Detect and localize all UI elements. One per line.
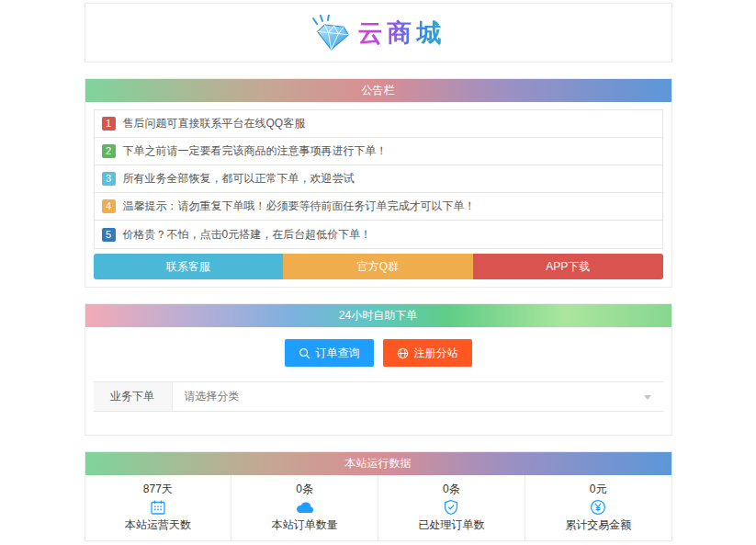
- stat-label: 本站运营天数: [85, 517, 231, 532]
- notice-text: 所有业务全部恢复，都可以正常下单，欢迎尝试: [123, 171, 355, 187]
- announcement-banner: 公告栏: [85, 79, 671, 102]
- stat-total-amount: 0元 累计交易金额: [525, 475, 671, 540]
- business-order-form-row: 业务下单 请选择分类: [94, 381, 663, 412]
- notice-text: 价格贵？不怕，点击0元搭建，在后台超低价下单！: [123, 227, 372, 243]
- stat-label: 已处理订单数: [378, 517, 525, 532]
- notice-item: 5 价格贵？不怕，点击0元搭建，在后台超低价下单！: [95, 221, 662, 248]
- stat-value: 0条: [378, 482, 525, 496]
- register-substation-label: 注册分站: [414, 346, 458, 361]
- stat-value: 0条: [231, 482, 378, 496]
- notice-number-badge: 4: [102, 199, 116, 213]
- register-substation-button[interactable]: 注册分站: [383, 339, 472, 367]
- notice-item: 1 售后问题可直接联系平台在线QQ客服: [95, 110, 662, 138]
- notice-item: 2 下单之前请一定要看完该商品的注意事项再进行下单！: [95, 138, 662, 165]
- order-query-button[interactable]: 订单查询: [285, 339, 374, 367]
- contact-service-button[interactable]: 联系客服: [94, 254, 284, 279]
- action-button-row: 订单查询 注册分站: [94, 339, 663, 367]
- notice-text: 温馨提示：请勿重复下单哦！必须要等待前面任务订单完成才可以下单！: [123, 199, 476, 214]
- notice-text: 下单之前请一定要看完该商品的注意事项再进行下单！: [123, 143, 388, 159]
- stat-value: 877天: [85, 482, 231, 496]
- business-order-label: 业务下单: [94, 382, 173, 411]
- calendar-icon: [150, 499, 166, 516]
- contact-button-row: 联系客服 官方Q群 APP下载: [94, 254, 663, 279]
- category-select[interactable]: 请选择分类: [173, 382, 663, 411]
- notice-number-badge: 5: [102, 228, 116, 242]
- stat-label: 累计交易金额: [525, 517, 671, 532]
- self-order-banner: 24小时自助下单: [85, 304, 671, 327]
- notice-item: 4 温馨提示：请勿重复下单哦！必须要等待前面任务订单完成才可以下单！: [95, 193, 662, 221]
- app-download-button[interactable]: APP下载: [473, 254, 663, 279]
- notice-number-badge: 2: [102, 144, 116, 158]
- search-icon: [299, 347, 310, 359]
- site-header: 云商城: [85, 3, 672, 62]
- site-logo-title: 云商城: [358, 17, 446, 50]
- stat-label: 本站订单数量: [231, 517, 378, 532]
- notice-number-badge: 3: [102, 172, 116, 186]
- order-query-label: 订单查询: [316, 346, 360, 361]
- globe-icon: [397, 347, 409, 359]
- stats-row: 877天 本站运营天数 0条: [85, 475, 671, 540]
- stat-processed-orders: 0条 已处理订单数: [378, 475, 525, 540]
- official-qq-group-button[interactable]: 官方Q群: [283, 254, 473, 279]
- notice-list: 1 售后问题可直接联系平台在线QQ客服 2 下单之前请一定要看完该商品的注意事项…: [94, 109, 663, 249]
- page-container: 云商城 公告栏 1 售后问题可直接联系平台在线QQ客服 2 下单之前请一定要看完…: [85, 0, 672, 541]
- stat-value: 0元: [525, 482, 671, 496]
- yen-circle-icon: [590, 499, 606, 516]
- notice-item: 3 所有业务全部恢复，都可以正常下单，欢迎尝试: [95, 165, 662, 193]
- cloud-icon: [296, 500, 314, 515]
- announcement-card: 公告栏 1 售后问题可直接联系平台在线QQ客服 2 下单之前请一定要看完该商品的…: [85, 78, 672, 288]
- site-stats-card: 本站运行数据 877天 本站运营天数 0条: [85, 451, 672, 541]
- notice-text: 售后问题可直接联系平台在线QQ客服: [123, 116, 306, 131]
- chevron-down-icon: [644, 395, 651, 400]
- self-order-card: 24小时自助下单 订单查询 注册分站: [85, 303, 672, 436]
- category-select-placeholder: 请选择分类: [185, 389, 240, 404]
- stat-order-count: 0条 本站订单数量: [231, 475, 378, 540]
- notice-number-badge: 1: [102, 117, 116, 131]
- shield-check-icon: [443, 499, 459, 516]
- diamond-logo-icon: [310, 15, 351, 51]
- site-stats-banner: 本站运行数据: [85, 452, 671, 475]
- stat-operating-days: 877天 本站运营天数: [85, 475, 232, 540]
